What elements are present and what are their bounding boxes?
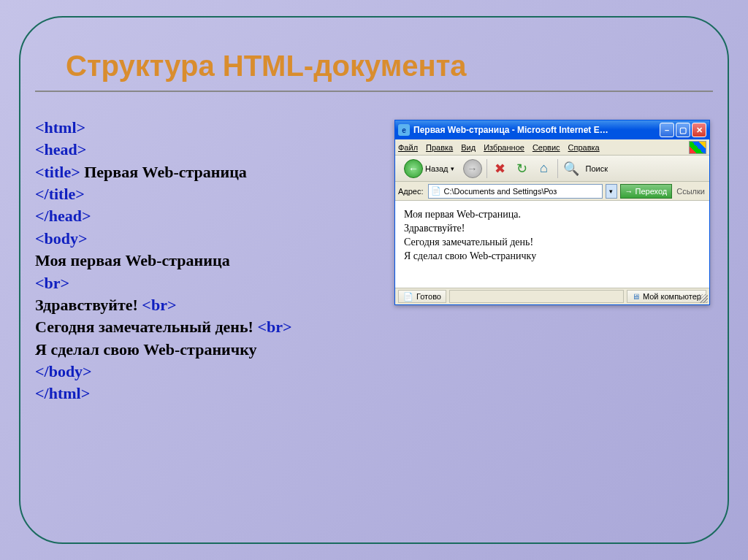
search-icon[interactable]: 🔍 — [562, 160, 580, 177]
menu-edit[interactable]: Правка — [426, 143, 453, 152]
code-line: <br> — [142, 296, 176, 314]
home-icon[interactable]: ⌂ — [535, 160, 553, 177]
go-label: Переход — [636, 187, 668, 196]
address-value: C:\Documents and Settings\Роз — [444, 187, 557, 196]
back-arrow-icon: ← — [404, 159, 423, 178]
status-zone: 🖥 Мой компьютер — [627, 290, 706, 303]
menu-file[interactable]: Файл — [398, 143, 418, 152]
code-line: <br> — [257, 318, 291, 336]
stop-icon[interactable]: ✖ — [492, 160, 509, 177]
page-line: Моя первая Web-страница. — [404, 208, 701, 222]
page-line: Я сделал свою Web-страничку — [404, 250, 701, 264]
code-line: <body> — [35, 229, 88, 248]
toolbar-separator — [557, 159, 558, 178]
code-text: Я сделал свою Web-страничку — [35, 340, 257, 358]
maximize-button[interactable]: ▢ — [676, 123, 690, 137]
address-label: Адрес: — [398, 187, 424, 196]
code-line: <br> — [35, 274, 69, 292]
back-label: Назад — [425, 164, 449, 173]
menu-tools[interactable]: Сервис — [533, 143, 560, 152]
status-zone-label: Мой компьютер — [643, 292, 701, 301]
search-label[interactable]: Поиск — [586, 164, 608, 173]
close-button[interactable]: ✕ — [692, 123, 706, 137]
code-text: Здравствуйте! — [35, 296, 142, 314]
window-titlebar[interactable]: e Первая Web-страница - Microsoft Intern… — [395, 120, 709, 139]
windows-flag-icon — [689, 141, 706, 154]
toolbar-separator — [486, 159, 487, 178]
address-bar: Адрес: 📄 C:\Documents and Settings\Роз ▾… — [395, 182, 709, 201]
browser-window: e Первая Web-страница - Microsoft Intern… — [394, 120, 710, 305]
menu-bar: Файл Правка Вид Избранное Сервис Справка — [395, 139, 709, 156]
go-button[interactable]: → Переход — [620, 184, 673, 199]
resize-grip[interactable] — [699, 294, 708, 303]
refresh-icon[interactable]: ↻ — [514, 160, 531, 177]
computer-icon: 🖥 — [632, 292, 640, 301]
minimize-button[interactable]: – — [660, 123, 674, 137]
links-label[interactable]: Ссылки — [676, 187, 705, 196]
address-input[interactable]: 📄 C:\Documents and Settings\Роз — [428, 184, 603, 199]
menu-view[interactable]: Вид — [461, 143, 476, 152]
go-arrow-icon: → — [625, 187, 633, 196]
code-text: Первая Web-страница — [80, 163, 247, 181]
back-button[interactable]: ← Назад ▾ — [400, 158, 459, 180]
address-dropdown[interactable]: ▾ — [606, 184, 617, 199]
page-icon: 📄 — [431, 186, 441, 196]
forward-button[interactable]: → — [463, 159, 482, 178]
html-code-example: <html> <head> <title> Первая Web-страниц… — [35, 117, 378, 405]
page-line: Сегодня замечательный день! — [404, 236, 701, 250]
status-spacer — [449, 290, 624, 303]
code-line: </head> — [35, 207, 91, 225]
status-done: 📄 Готово — [398, 290, 446, 303]
navigation-toolbar: ← Назад ▾ → ✖ ↻ ⌂ 🔍 Поиск — [395, 156, 709, 182]
code-line: </body> — [35, 362, 92, 380]
code-text: Сегодня замечательный день! — [35, 318, 257, 336]
page-line: Здравствуйте! — [404, 222, 701, 236]
code-line: <head> — [35, 140, 86, 158]
ie-icon: e — [398, 124, 410, 136]
status-bar: 📄 Готово 🖥 Мой компьютер — [395, 288, 709, 304]
status-done-label: Готово — [416, 292, 441, 301]
code-text: Моя первая Web-страница — [35, 251, 230, 269]
slide-title: Структура HTML-документа — [66, 50, 467, 83]
title-underline — [35, 91, 713, 92]
window-title: Первая Web-страница - Microsoft Internet… — [413, 125, 658, 135]
chevron-down-icon: ▾ — [451, 165, 454, 172]
done-icon: 📄 — [403, 292, 413, 302]
menu-help[interactable]: Справка — [568, 143, 600, 152]
code-line: </html> — [35, 384, 90, 402]
code-line: <title> — [35, 163, 80, 181]
code-line: </title> — [35, 185, 85, 203]
code-line: <html> — [35, 118, 85, 137]
page-content: Моя первая Web-страница. Здравствуйте! С… — [395, 201, 709, 288]
menu-favorites[interactable]: Избранное — [484, 143, 524, 152]
